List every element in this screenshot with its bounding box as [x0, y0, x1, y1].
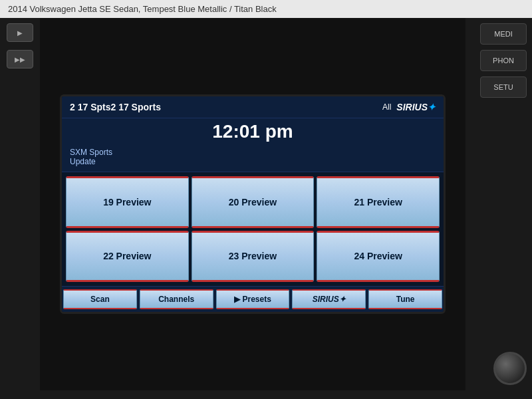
- screen-toolbar: Scan Channels ▶ Presets SIRIUS✦ Tune: [62, 286, 444, 312]
- presets-button[interactable]: ▶ Presets: [216, 289, 290, 309]
- time-display: 12:01 pm: [62, 118, 444, 145]
- preview-btn-21[interactable]: 21 Preview: [317, 176, 440, 228]
- car-info-text: 2014 Volkswagen Jetta SE Sedan, Tempest …: [8, 4, 277, 14]
- left-controls: ▶ ▶▶: [0, 18, 40, 390]
- tune-button[interactable]: Tune: [368, 289, 442, 309]
- preview-grid: 19 Preview 20 Preview 21 Preview 22 Prev…: [62, 172, 444, 286]
- screen-header: 2 17 Spts2 17 Sports All SIRIUS✦: [62, 96, 444, 118]
- infotainment-screen: 2 17 Spts2 17 Sports All SIRIUS✦ 12:01 p…: [60, 94, 446, 314]
- all-label: All: [382, 102, 391, 112]
- preview-btn-23[interactable]: 23 Preview: [192, 231, 315, 283]
- top-bar: 2014 Volkswagen Jetta SE Sedan, Tempest …: [0, 0, 532, 18]
- screen-container: 2 17 Spts2 17 Sports All SIRIUS✦ 12:01 p…: [40, 18, 466, 390]
- volume-knob[interactable]: [493, 352, 527, 385]
- preview-btn-19[interactable]: 19 Preview: [66, 176, 189, 228]
- setup-button[interactable]: SETU: [480, 76, 527, 98]
- channel-info: 2 17 Spts2 17 Sports: [70, 102, 161, 112]
- sirius-button[interactable]: SIRIUS✦: [292, 289, 366, 309]
- skip-btn[interactable]: ▶▶: [7, 50, 33, 68]
- play-btn[interactable]: ▶: [7, 23, 33, 42]
- main-layout: ▶ ▶▶ 2 17 Spts2 17 Sports All SIRIUS✦ 12…: [0, 18, 532, 390]
- bottom-area: GT carlot.com Photo Courtesy of Momentum…: [0, 390, 532, 399]
- preview-btn-20[interactable]: 20 Preview: [192, 176, 315, 228]
- sirius-header-logo: SIRIUS✦: [396, 102, 436, 112]
- time-text: 12:01 pm: [212, 121, 293, 142]
- media-button[interactable]: MEDI: [480, 23, 527, 45]
- channels-button[interactable]: Channels: [140, 289, 213, 309]
- subtitle-line1: SXM Sports: [70, 148, 436, 157]
- preview-btn-22[interactable]: 22 Preview: [66, 231, 189, 283]
- subtitle-line2: Update: [70, 157, 436, 166]
- scan-button[interactable]: Scan: [63, 289, 137, 309]
- preview-btn-24[interactable]: 24 Preview: [317, 231, 440, 283]
- right-controls: MEDI PHON SETU: [466, 18, 532, 390]
- phone-button[interactable]: PHON: [480, 50, 527, 71]
- channel-subtitle: SXM Sports Update: [62, 145, 444, 172]
